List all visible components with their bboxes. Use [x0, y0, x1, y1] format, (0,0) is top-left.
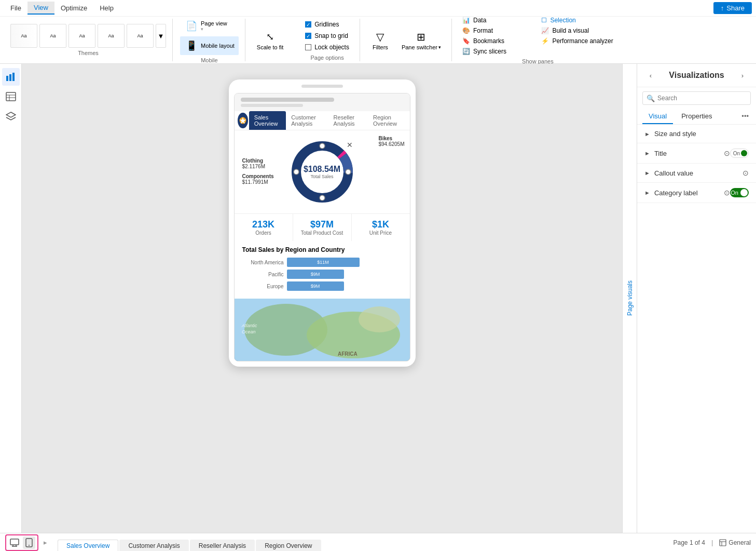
- mobile-content: Sales Overview Customer Analysis Reselle…: [234, 93, 410, 361]
- menu-view[interactable]: View: [28, 2, 54, 15]
- section-title[interactable]: ► Title ⊙ On: [637, 143, 756, 164]
- gridlines-checkbox[interactable]: [305, 21, 311, 28]
- snap-to-grid-btn[interactable]: Snap to grid: [301, 31, 353, 41]
- snap-checkbox[interactable]: [305, 33, 311, 39]
- data-pane-btn[interactable]: 📊 Data: [459, 16, 537, 25]
- panel-tab-more[interactable]: •••: [739, 109, 751, 124]
- section-category-label[interactable]: ► Category label ⊙ On: [637, 183, 756, 203]
- mobile-tab-reseller[interactable]: Reseller Analysis: [328, 111, 368, 130]
- tab-reseller-analysis[interactable]: Reseller Analysis: [190, 540, 255, 551]
- scale-to-fit-btn[interactable]: ⤡ Scale to fit: [253, 28, 287, 52]
- bookmarks-btn[interactable]: 🔖 Bookmarks: [459, 36, 537, 46]
- main-area: Sales Overview Customer Analysis Reselle…: [0, 64, 756, 533]
- donut-value: $108.54M: [304, 165, 340, 174]
- category-toggle[interactable]: On: [730, 188, 749, 197]
- section-icon-2: ⊙: [743, 169, 749, 177]
- data-icon: 📊: [462, 17, 470, 24]
- legend-components: Components$11.7991M: [242, 173, 274, 185]
- mobile-tab-customer[interactable]: Customer Analysis: [286, 111, 328, 130]
- mobile-header-bar2: [241, 104, 303, 107]
- themes-group: Aa Aa Aa Aa Aa ▼ Themes: [4, 19, 173, 61]
- svg-rect-1: [9, 74, 11, 81]
- tab-sales-overview[interactable]: Sales Overview: [58, 540, 118, 551]
- canvas-area[interactable]: Sales Overview Customer Analysis Reselle…: [22, 64, 622, 533]
- bar-chart-section: Total Sales by Region and Country North …: [235, 241, 410, 299]
- perf-icon: ⚡: [541, 37, 549, 45]
- mobile-label: Mobile: [201, 57, 217, 63]
- lock-checkbox[interactable]: [305, 44, 311, 50]
- toolbar: Aa Aa Aa Aa Aa ▼ Themes: [0, 17, 756, 63]
- page-view-btn[interactable]: 📄 Page view ▾: [180, 17, 239, 35]
- title-toggle[interactable]: On: [730, 149, 749, 158]
- stat-orders: 213K Orders: [235, 214, 293, 241]
- mobile-view-icon[interactable]: [23, 536, 35, 549]
- donut-sublabel: Total Sales: [304, 174, 340, 179]
- scale-icon: ⤡: [263, 30, 278, 44]
- lock-label: Lock objects: [314, 44, 349, 51]
- section-arrow-2: ►: [644, 170, 650, 176]
- selection-pane-btn[interactable]: ☐ Selection: [538, 16, 616, 25]
- performance-btn[interactable]: ⚡ Performance analyzer: [538, 36, 616, 46]
- theme-2[interactable]: Aa: [39, 24, 66, 48]
- stats-row: 213K Orders $97M Total Product Cost $1K …: [235, 213, 410, 241]
- panel-sections: ► Size and style ► Title ⊙ On ► Callout …: [637, 125, 756, 203]
- view-toggle[interactable]: [5, 534, 38, 551]
- legend-clothing: Clothing$2.1176M: [242, 158, 274, 169]
- tab-customer-analysis[interactable]: Customer Analysis: [119, 540, 188, 551]
- svg-rect-3: [6, 92, 16, 101]
- section-label-2: Callout value: [654, 169, 740, 177]
- filters-btn[interactable]: ▽ Filters: [367, 28, 393, 52]
- sync-slicers-btn[interactable]: 🔄 Sync slicers: [459, 47, 616, 56]
- section-size-style[interactable]: ► Size and style: [637, 125, 756, 143]
- menu-help[interactable]: Help: [93, 2, 120, 14]
- donut-label: $108.54M Total Sales: [304, 165, 340, 179]
- tab-properties[interactable]: Properties: [675, 109, 718, 124]
- left-icon-table[interactable]: [2, 88, 20, 105]
- sync-label: Sync slicers: [473, 48, 506, 55]
- gridlines-btn[interactable]: Gridlines: [301, 19, 353, 30]
- mobile-layout-btn[interactable]: 📱 Mobile layout: [180, 36, 239, 55]
- theme-4[interactable]: Aa: [98, 24, 125, 48]
- format-pane-btn[interactable]: 🎨 Format: [459, 26, 537, 35]
- build-visual-btn[interactable]: 📈 Build a visual: [538, 26, 616, 35]
- share-button[interactable]: ↑ Share: [713, 2, 752, 14]
- search-input[interactable]: [642, 91, 751, 105]
- page-view-label: Page view: [201, 20, 227, 26]
- themes-row: Aa Aa Aa Aa Aa ▼: [10, 24, 166, 48]
- tab-region-overview[interactable]: Region Overview: [256, 540, 321, 551]
- theme-3[interactable]: Aa: [68, 24, 95, 48]
- theme-more-button[interactable]: ▼: [156, 24, 166, 48]
- view-btn-group: 📄 Page view ▾ 📱 Mobile layout: [180, 17, 239, 55]
- tab-visual[interactable]: Visual: [642, 109, 673, 124]
- svg-rect-0: [6, 76, 8, 81]
- menu-optimize[interactable]: Optimize: [54, 2, 93, 14]
- stat-cost: $97M Total Product Cost: [293, 214, 352, 241]
- section-callout[interactable]: ► Callout value ⊙: [637, 164, 756, 183]
- page-visuals-tab[interactable]: Page visuals: [622, 64, 637, 533]
- lock-objects-btn[interactable]: Lock objects: [301, 42, 353, 52]
- panel-arrow-left[interactable]: ‹: [644, 69, 657, 82]
- left-sidebar: [0, 64, 22, 533]
- panel-arrow-right[interactable]: ›: [736, 69, 749, 82]
- mobile-tab-region[interactable]: Region Overview: [368, 111, 407, 130]
- panel-title: Visualizations: [669, 71, 724, 80]
- svg-text:Atlantic: Atlantic: [241, 323, 257, 328]
- menu-file[interactable]: File: [4, 2, 28, 14]
- theme-5[interactable]: Aa: [127, 24, 154, 48]
- donut-legend: Clothing$2.1176M Components$11.7991M: [242, 158, 274, 186]
- mobile-tab-sales[interactable]: Sales Overview: [249, 111, 286, 130]
- top-bar: File View Optimize Help ↑ Share Aa Aa Aa: [0, 0, 756, 64]
- desktop-view-icon[interactable]: [8, 536, 21, 549]
- mobile-notch: [301, 85, 343, 88]
- theme-1[interactable]: Aa: [10, 24, 37, 48]
- page-visuals-label: Page visuals: [626, 275, 634, 321]
- bikes-label: Bikes $94.6205M: [378, 136, 404, 147]
- filters-group: ▽ Filters ⊞ Pane switcher ▾: [361, 19, 452, 61]
- panel-nav: ‹: [644, 69, 657, 82]
- perf-label: Performance analyzer: [552, 37, 613, 45]
- section-arrow-3: ►: [644, 190, 650, 196]
- page-options-group: Gridlines Snap to grid Lock objects Page…: [295, 19, 360, 61]
- left-icon-chart[interactable]: [2, 68, 20, 86]
- left-icon-layers[interactable]: [2, 107, 20, 125]
- pane-switcher-btn[interactable]: ⊞ Pane switcher ▾: [397, 28, 445, 52]
